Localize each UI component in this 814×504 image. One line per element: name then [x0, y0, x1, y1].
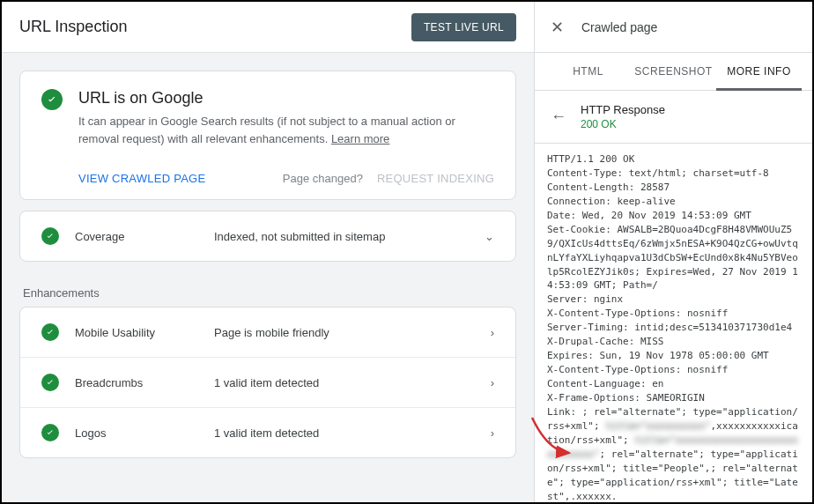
chevron-right-icon: › [491, 426, 494, 440]
tab-html[interactable]: HTML [545, 53, 631, 90]
test-live-url-button[interactable]: TEST LIVE URL [411, 13, 516, 41]
enhancement-value: 1 valid item detected [214, 376, 475, 389]
enhancement-value: 1 valid item detected [214, 426, 475, 440]
check-icon [41, 227, 59, 245]
view-crawled-page-button[interactable]: VIEW CRAWLED PAGE [78, 172, 205, 185]
check-icon [41, 374, 59, 391]
coverage-value: Indexed, not submitted in sitemap [214, 230, 469, 243]
panel-title: Crawled page [581, 20, 657, 34]
page-title: URL Inspection [19, 18, 127, 36]
panel-tabs: HTML SCREENSHOT MORE INFO [535, 53, 812, 91]
page-changed-label: Page changed? [283, 172, 363, 185]
enhancement-label: Logos [75, 426, 198, 440]
chevron-down-icon: ⌄ [485, 230, 494, 243]
status-headline: URL is on Google [78, 89, 494, 107]
enhancement-row[interactable]: Mobile Usability Page is mobile friendly… [20, 308, 515, 357]
enhancement-label: Mobile Usability [75, 326, 198, 339]
tab-more-info[interactable]: MORE INFO [716, 53, 802, 91]
enhancement-row[interactable]: Logos 1 valid item detected › [20, 407, 515, 457]
status-description: It can appear in Google Search results (… [78, 113, 494, 147]
http-status: 200 OK [581, 118, 665, 130]
chevron-right-icon: › [491, 326, 494, 339]
tab-screenshot[interactable]: SCREENSHOT [631, 53, 716, 90]
http-response-label: HTTP Response [581, 103, 665, 116]
check-icon [41, 89, 63, 110]
back-arrow-icon[interactable]: ← [551, 107, 566, 126]
coverage-row[interactable]: Coverage Indexed, not submitted in sitem… [19, 211, 516, 262]
learn-more-link[interactable]: Learn more [331, 132, 389, 145]
enhancements-heading: Enhancements [19, 272, 516, 307]
request-indexing-button[interactable]: REQUEST INDEXING [377, 172, 494, 185]
enhancement-label: Breadcrumbs [75, 376, 198, 389]
coverage-label: Coverage [75, 230, 198, 243]
http-response-body: HTTP/1.1 200 OK Content-Type: text/html;… [535, 144, 812, 502]
chevron-right-icon: › [491, 376, 494, 389]
enhancement-row[interactable]: Breadcrumbs 1 valid item detected › [20, 357, 515, 407]
status-card: URL is on Google It can appear in Google… [19, 70, 516, 200]
enhancements-card: Mobile Usability Page is mobile friendly… [19, 307, 516, 458]
enhancement-value: Page is mobile friendly [214, 326, 475, 339]
check-icon [41, 424, 59, 441]
close-icon[interactable]: ✕ [551, 18, 564, 37]
topbar: URL Inspection TEST LIVE URL [2, 2, 534, 53]
check-icon [41, 323, 59, 341]
